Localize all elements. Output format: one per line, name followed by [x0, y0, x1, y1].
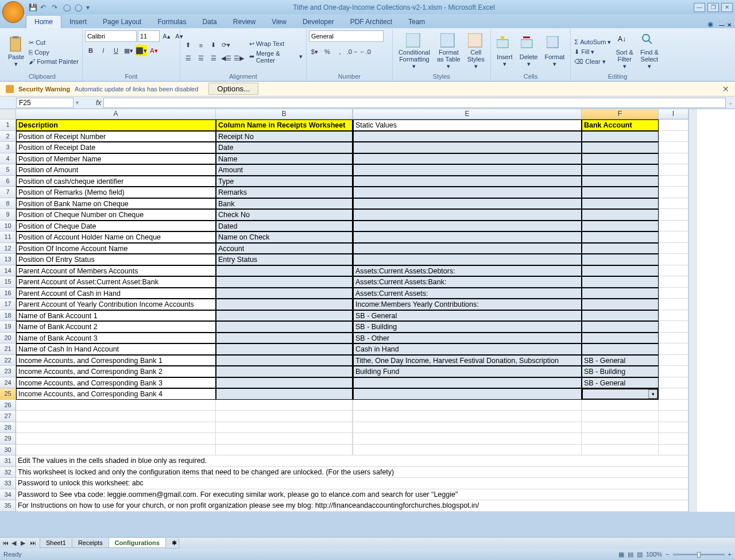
cell[interactable]: Income Accounts, and Corresponding Bank …	[16, 377, 216, 389]
cell[interactable]: SB - General	[582, 377, 659, 389]
cell[interactable]: Name	[216, 153, 353, 165]
cell[interactable]	[216, 366, 353, 377]
row-header[interactable]: 3	[0, 142, 16, 153]
cell[interactable]	[216, 333, 353, 344]
name-box-dropdown-icon[interactable]: ▾	[76, 99, 79, 106]
cell[interactable]: Income Accounts, and Corresponding Bank …	[16, 366, 216, 377]
cell[interactable]	[659, 288, 688, 299]
cell[interactable]: Assets:Current Assets:Debtors:	[353, 265, 582, 277]
cell[interactable]: Password to unlock this worksheet: abc	[16, 478, 688, 489]
cell[interactable]: Remarks	[216, 187, 353, 198]
cell[interactable]	[353, 164, 582, 176]
row-header[interactable]: 8	[0, 198, 16, 210]
cell[interactable]: Cash in Hand	[353, 343, 582, 355]
cell[interactable]	[16, 433, 216, 445]
row-header[interactable]: 26	[0, 400, 16, 411]
row-header[interactable]: 9	[0, 209, 16, 221]
increase-decimal-button[interactable]: .0→	[347, 46, 358, 57]
cell[interactable]: Amount	[216, 164, 353, 176]
qat-dropdown-icon[interactable]: ▾	[86, 3, 94, 11]
cell[interactable]	[582, 422, 659, 434]
wrap-text-button[interactable]: ↩Wrap Text	[248, 40, 304, 48]
cell[interactable]: Position of Account Holder Name on Chequ…	[16, 231, 216, 243]
row-header[interactable]: 18	[0, 310, 16, 322]
fill-button[interactable]: ⬇Fill▾	[573, 48, 612, 56]
cell[interactable]	[659, 119, 688, 131]
cell[interactable]	[353, 377, 582, 389]
cell[interactable]	[353, 131, 582, 142]
tab-home[interactable]: Home	[26, 15, 61, 28]
cell[interactable]: Account	[216, 243, 353, 254]
cell[interactable]	[353, 176, 582, 187]
cell[interactable]: SB - Building	[353, 321, 582, 333]
cell[interactable]: Income Accounts, and Corresponding Bank …	[16, 388, 216, 400]
zoom-level[interactable]: 100%	[646, 551, 662, 558]
cell[interactable]	[216, 265, 353, 277]
col-header-F[interactable]: F	[582, 109, 659, 119]
qat-icon[interactable]: ◯	[63, 3, 71, 11]
cell[interactable]: SB - General	[353, 310, 582, 322]
cell[interactable]	[659, 310, 688, 322]
select-all[interactable]	[0, 109, 16, 119]
sort-filter-button[interactable]: A↓Sort & Filter▾	[612, 32, 637, 71]
cell[interactable]	[353, 243, 582, 254]
close-button[interactable]: ✕	[721, 3, 733, 12]
align-left-button[interactable]: ☰	[183, 53, 194, 64]
cell[interactable]: SB - General	[582, 355, 659, 366]
format-button[interactable]: Format▾	[541, 32, 568, 71]
autosum-button[interactable]: ΣAutoSum▾	[573, 38, 612, 47]
cell[interactable]: Position of cash/cheque identifier	[16, 176, 216, 187]
fill-color-button[interactable]: ⬛▾	[136, 45, 147, 56]
restore-button[interactable]: ❐	[707, 3, 719, 12]
cell[interactable]	[659, 209, 688, 221]
cell[interactable]	[216, 276, 353, 288]
row-header[interactable]: 5	[0, 164, 16, 176]
underline-button[interactable]: U	[110, 45, 122, 56]
cell[interactable]	[216, 299, 353, 310]
number-format-select[interactable]	[309, 30, 384, 42]
view-pagebreak-icon[interactable]: ▧	[637, 551, 643, 558]
cell[interactable]	[582, 254, 659, 265]
office-button[interactable]	[2, 1, 24, 23]
cell[interactable]	[659, 445, 688, 456]
ribbon-minimize-button[interactable]: —	[719, 22, 725, 28]
selected-cell[interactable]: ▾	[582, 388, 659, 400]
row-header[interactable]: 35	[0, 500, 16, 512]
formula-bar-expand-icon[interactable]: ⌄	[728, 99, 733, 106]
cell[interactable]: Position Of Income Account Name	[16, 243, 216, 254]
help-icon[interactable]: ◉	[707, 20, 713, 28]
tab-insert[interactable]: Insert	[61, 16, 95, 28]
cell[interactable]	[216, 310, 353, 322]
cell[interactable]: For Instructions on how to use for your …	[16, 500, 688, 512]
row-header[interactable]: 22	[0, 355, 16, 366]
cell[interactable]: Name of Bank Account 1	[16, 310, 216, 322]
dropdown-icon[interactable]: ▾	[648, 389, 657, 399]
increase-indent-button[interactable]: ☰▶	[233, 53, 245, 64]
cell[interactable]	[582, 411, 659, 422]
cell[interactable]	[582, 445, 659, 456]
cell[interactable]: Position of Amount	[16, 164, 216, 176]
cell[interactable]	[659, 343, 688, 355]
row-header[interactable]: 14	[0, 265, 16, 277]
cell[interactable]	[216, 288, 353, 299]
row-header[interactable]: 6	[0, 176, 16, 187]
cell[interactable]	[659, 198, 688, 210]
row-header[interactable]: 34	[0, 489, 16, 501]
format-painter-button[interactable]: 🖌Format Painter	[28, 57, 80, 65]
cell[interactable]	[216, 422, 353, 434]
cell[interactable]: Parent Account of Members Accounts	[16, 265, 216, 277]
orientation-button[interactable]: ⟳▾	[220, 40, 232, 51]
cell[interactable]: Column Name in Receipts Worksheet	[216, 119, 353, 131]
cell[interactable]: Bank Account	[582, 119, 659, 131]
cell[interactable]: Bank	[216, 198, 353, 210]
grow-font-button[interactable]: A▴	[161, 30, 172, 42]
cell[interactable]	[659, 243, 688, 254]
row-header[interactable]: 15	[0, 276, 16, 288]
tab-page-layout[interactable]: Page Layout	[95, 16, 149, 28]
tab-next-icon[interactable]: ▶	[21, 539, 29, 547]
cell[interactable]	[353, 231, 582, 243]
vscroll[interactable]	[688, 109, 697, 512]
cell[interactable]: Position Of Entry Status	[16, 254, 216, 265]
cell[interactable]	[659, 433, 688, 445]
security-options-button[interactable]: Options...	[208, 83, 258, 95]
